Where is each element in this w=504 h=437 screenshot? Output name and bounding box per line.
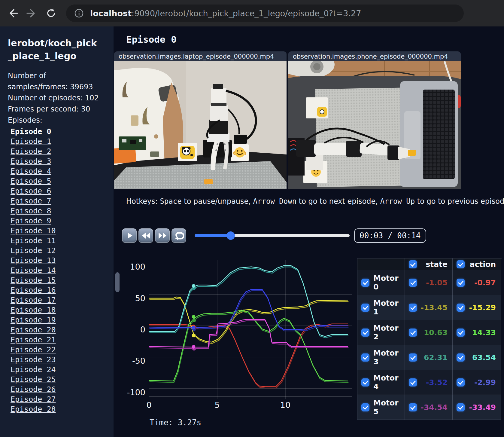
motor-label-cell-2: Motor 2 [357, 320, 405, 345]
play-button[interactable] [122, 228, 137, 243]
sidebar-item-episode-0[interactable]: Episode 0 [11, 127, 114, 136]
reload-button[interactable] [44, 7, 58, 20]
sticker-box-top [306, 97, 328, 118]
forward-button[interactable] [25, 7, 38, 20]
sidebar-item-episode-4[interactable]: Episode 4 [11, 166, 114, 176]
seek-thumb[interactable] [226, 231, 235, 240]
sidebar-item-episode-24[interactable]: Episode 24 [11, 365, 114, 374]
motor-5-action-checkbox[interactable] [457, 403, 465, 411]
motor-2-state-checkbox[interactable] [409, 329, 417, 337]
rewind-button[interactable] [138, 228, 153, 243]
sidebar-item-episode-17[interactable]: Episode 17 [11, 295, 114, 305]
motor-label-cell-1: Motor 1 [357, 295, 405, 320]
seek-fill [195, 234, 231, 237]
sidebar-item-episode-26[interactable]: Episode 26 [11, 384, 114, 394]
motor-2-state-value: 10.63 [417, 328, 452, 337]
chart-series [149, 266, 348, 388]
ytick-50: 50 [135, 294, 145, 303]
motor-3-label: Motor 3 [373, 349, 405, 366]
motor-chart-svg: 100500-50-1000510 Time: 3.27s [126, 257, 354, 428]
sidebar-item-episode-22[interactable]: Episode 22 [11, 345, 114, 355]
motor-5-state-checkbox[interactable] [409, 403, 417, 411]
motor-action-cell-1: -15.29 [453, 295, 501, 320]
panda-box [178, 143, 197, 161]
episodes-count: Number of episodes: 102 [8, 93, 102, 104]
sidebar-item-episode-3[interactable]: Episode 3 [11, 156, 114, 166]
video-laptop[interactable] [114, 61, 287, 189]
dataset-info: Number of samples/frames: 39693 Number o… [8, 70, 102, 126]
header-state-cell: state [405, 258, 453, 270]
sidebar-item-episode-12[interactable]: Episode 12 [11, 246, 114, 255]
sidebar-item-episode-10[interactable]: Episode 10 [11, 226, 114, 236]
site-info-icon[interactable] [73, 8, 85, 19]
sidebar-item-episode-5[interactable]: Episode 5 [11, 176, 114, 186]
sidebar-item-episode-8[interactable]: Episode 8 [11, 206, 114, 216]
motor-3-row-checkbox[interactable] [361, 353, 369, 362]
sidebar-item-episode-27[interactable]: Episode 27 [11, 394, 114, 404]
motor-row-0: Motor 0-1.05-0.97 [357, 270, 502, 295]
motor-1-state-checkbox[interactable] [409, 304, 417, 312]
motor-1-row-checkbox[interactable] [361, 304, 369, 312]
sidebar-item-episode-13[interactable]: Episode 13 [11, 255, 114, 265]
motor-0-row-checkbox[interactable] [361, 279, 369, 287]
sidebar-item-episode-20[interactable]: Episode 20 [11, 325, 114, 335]
sidebar-item-episode-25[interactable]: Episode 25 [11, 374, 114, 384]
sidebar-item-episode-15[interactable]: Episode 15 [11, 275, 114, 285]
motor-chart: 100500-50-1000510 Time: 3.27s [126, 257, 354, 429]
video-phone[interactable] [288, 61, 461, 189]
motor-0-action-checkbox[interactable] [457, 279, 465, 287]
state-column-checkbox[interactable] [409, 260, 417, 268]
motor-4-row-checkbox[interactable] [361, 378, 369, 387]
motor-5-label: Motor 5 [373, 399, 405, 416]
action-column-checkbox[interactable] [457, 260, 465, 268]
motor-action-cell-2: 14.33 [453, 320, 501, 345]
motor-state-cell-0: -1.05 [405, 270, 453, 295]
sidebar-item-episode-23[interactable]: Episode 23 [11, 355, 114, 365]
motor-label-cell-0: Motor 0 [357, 270, 405, 295]
motor-4-label: Motor 4 [373, 374, 405, 391]
motor-3-action-checkbox[interactable] [457, 353, 465, 362]
sidebar-item-episode-11[interactable]: Episode 11 [11, 236, 114, 246]
scrollbar-thumb[interactable] [115, 272, 120, 292]
motor-3-state-checkbox[interactable] [409, 353, 417, 362]
motor-5-row-checkbox[interactable] [361, 403, 369, 411]
time-display: 00:03 / 00:14 [354, 228, 426, 243]
fast-forward-button[interactable] [155, 228, 170, 243]
sidebar-item-episode-14[interactable]: Episode 14 [11, 265, 114, 275]
sidebar-item-episode-21[interactable]: Episode 21 [11, 335, 114, 345]
sidebar-item-episode-16[interactable]: Episode 16 [11, 285, 114, 295]
loop-button[interactable] [172, 228, 186, 243]
motor-2-action-checkbox[interactable] [457, 329, 465, 337]
sidebar-item-episode-2[interactable]: Episode 2 [11, 146, 114, 156]
chart-axis-labels: 100500-50-1000510 [127, 262, 290, 410]
sidebar-item-episode-1[interactable]: Episode 1 [11, 136, 114, 146]
address-bar[interactable]: localhost:9090/lerobot/koch_pick_place_1… [66, 5, 464, 22]
orange-lego-block [204, 179, 213, 184]
sidebar-item-episode-18[interactable]: Episode 18 [11, 305, 114, 315]
back-button[interactable] [6, 7, 19, 20]
motor-label-cell-5: Motor 5 [357, 395, 405, 420]
sidebar-item-episode-19[interactable]: Episode 19 [11, 315, 114, 325]
sidebar-item-episode-6[interactable]: Episode 6 [11, 186, 114, 196]
motor-2-row-checkbox[interactable] [361, 329, 369, 337]
motor-4-state-checkbox[interactable] [409, 378, 417, 387]
motor-1-action-checkbox[interactable] [457, 304, 465, 312]
motor-4-action-checkbox[interactable] [457, 378, 465, 387]
header-empty-cell [357, 258, 405, 270]
motor-table-body: Motor 0-1.05-0.97Motor 1-13.45-15.29Moto… [357, 270, 502, 420]
laptop [400, 81, 458, 187]
sidebar-item-episode-28[interactable]: Episode 28 [11, 404, 114, 414]
sidebar-item-episode-7[interactable]: Episode 7 [11, 196, 114, 206]
motor-0-action-value: -0.97 [465, 278, 501, 287]
seek-slider[interactable] [195, 229, 350, 242]
xtick-10: 10 [280, 400, 290, 410]
video-title-laptop: observation.images.laptop_episode_000000… [114, 51, 287, 61]
ytick--50: -50 [132, 356, 145, 365]
motor-2-action-value: 14.33 [465, 328, 501, 337]
videos-row: observation.images.laptop_episode_000000… [114, 51, 504, 189]
motor-0-state-checkbox[interactable] [409, 279, 417, 287]
motor-state-cell-5: -34.54 [405, 395, 453, 420]
sidebar-item-episode-9[interactable]: Episode 9 [11, 216, 114, 226]
url-display: localhost:9090/lerobot/koch_pick_place_1… [90, 9, 361, 18]
motor-row-3: Motor 362.3163.54 [357, 345, 502, 370]
